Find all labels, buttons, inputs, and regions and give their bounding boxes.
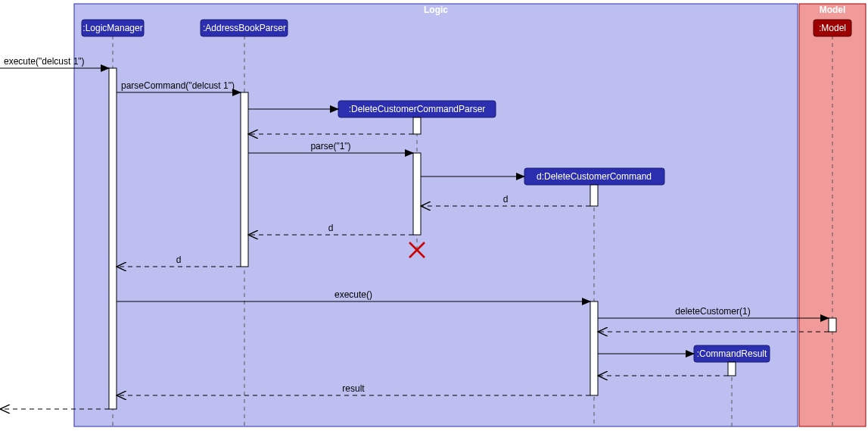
msg-parsecommand-label: parseCommand("delcust 1") (121, 80, 235, 91)
svg-rect-16 (241, 92, 248, 267)
svg-rect-0 (74, 4, 798, 426)
lifeline-deletecustomercommandparser: :DeleteCustomerCommandParser (338, 101, 496, 117)
svg-rect-18 (413, 153, 421, 235)
msg-d3-label: d (176, 255, 182, 265)
lifeline-deletecustomercommand: d:DeleteCustomerCommand (524, 168, 664, 185)
lifeline-model: :Model (814, 20, 851, 36)
lifeline-logicmanager-label: :LogicManager (82, 23, 142, 33)
svg-rect-21 (829, 318, 836, 332)
msg-execute-delcust-label: execute("delcust 1") (4, 56, 85, 67)
svg-rect-15 (109, 68, 117, 409)
svg-rect-19 (590, 185, 598, 206)
msg-parse1-label: parse("1") (310, 141, 350, 151)
msg-d1-label: d (503, 194, 509, 205)
lifeline-dcc-label: d:DeleteCustomerCommand (537, 171, 652, 182)
svg-rect-22 (728, 362, 736, 376)
msg-parsecommand: parseCommand("delcust 1") (117, 80, 241, 92)
lifeline-addressbookparser-label: :AddressBookParser (203, 23, 286, 33)
msg-deletecustomer-label: deleteCustomer(1) (675, 306, 750, 317)
lifeline-dccp-label: :DeleteCustomerCommandParser (349, 104, 486, 114)
msg-execute-label: execute() (334, 289, 372, 300)
frame-model-label: Model (820, 5, 846, 15)
sequence-diagram: Logic Model :LogicManager :AddressBookPa… (0, 0, 868, 431)
msg-d2-label: d (328, 223, 334, 233)
msg-result-label: result (342, 383, 365, 394)
frame-logic: Logic (74, 4, 798, 426)
lifeline-logicmanager: :LogicManager (82, 20, 144, 36)
lifeline-addressbookparser: :AddressBookParser (201, 20, 288, 36)
svg-rect-17 (413, 117, 421, 134)
frame-logic-label: Logic (424, 5, 448, 15)
lifeline-cr-label: :CommandResult (697, 348, 767, 359)
lifeline-commandresult: :CommandResult (694, 345, 770, 362)
svg-rect-20 (590, 301, 598, 395)
lifeline-model-label: :Model (819, 23, 846, 33)
